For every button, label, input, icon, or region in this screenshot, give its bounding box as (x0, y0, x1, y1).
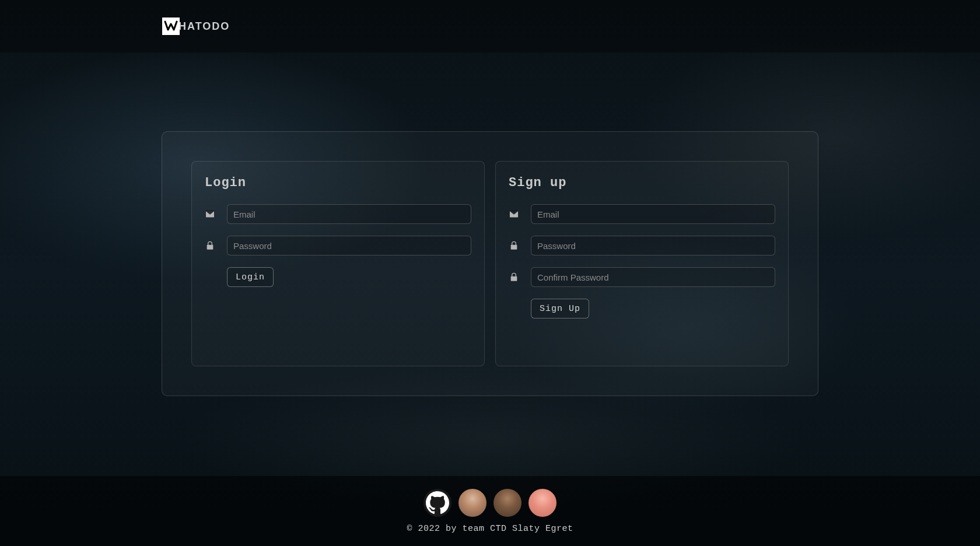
signup-email-input[interactable] (531, 204, 775, 224)
header: HATODO (0, 0, 980, 52)
signup-confirm-input[interactable] (531, 267, 775, 287)
signup-confirm-row (509, 267, 775, 287)
logo-mark-icon (162, 18, 180, 35)
login-button-row: Login (205, 267, 471, 287)
copyright-text: © 2022 by team CTD Slaty Egret (407, 524, 573, 534)
login-password-row (205, 236, 471, 256)
lock-icon (509, 240, 519, 251)
login-card: Login Login (191, 161, 485, 366)
signup-password-input[interactable] (531, 236, 775, 256)
envelope-icon (509, 209, 519, 219)
login-email-input[interactable] (227, 204, 471, 224)
login-title: Login (205, 176, 471, 190)
login-button[interactable]: Login (227, 267, 274, 287)
team-member-avatar-1[interactable] (459, 489, 487, 517)
lock-icon (205, 240, 215, 251)
main-content: Login Login Sign up (0, 52, 980, 396)
team-member-avatar-2[interactable] (494, 489, 522, 517)
github-link[interactable] (424, 489, 452, 517)
signup-button-row: Sign Up (509, 299, 775, 318)
brand-logo[interactable]: HATODO (162, 18, 230, 35)
lock-icon (509, 272, 519, 282)
signup-email-row (509, 204, 775, 224)
signup-title: Sign up (509, 176, 775, 190)
auth-container: Login Login Sign up (162, 131, 818, 396)
login-email-row (205, 204, 471, 224)
footer: © 2022 by team CTD Slaty Egret (0, 476, 980, 546)
signup-card: Sign up Sign Up (495, 161, 789, 366)
login-password-input[interactable] (227, 236, 471, 256)
envelope-icon (205, 209, 215, 219)
github-icon (426, 491, 449, 514)
team-avatars (424, 489, 556, 517)
signup-button[interactable]: Sign Up (531, 299, 589, 318)
signup-password-row (509, 236, 775, 256)
team-member-avatar-3[interactable] (528, 489, 556, 517)
brand-name: HATODO (178, 20, 230, 33)
